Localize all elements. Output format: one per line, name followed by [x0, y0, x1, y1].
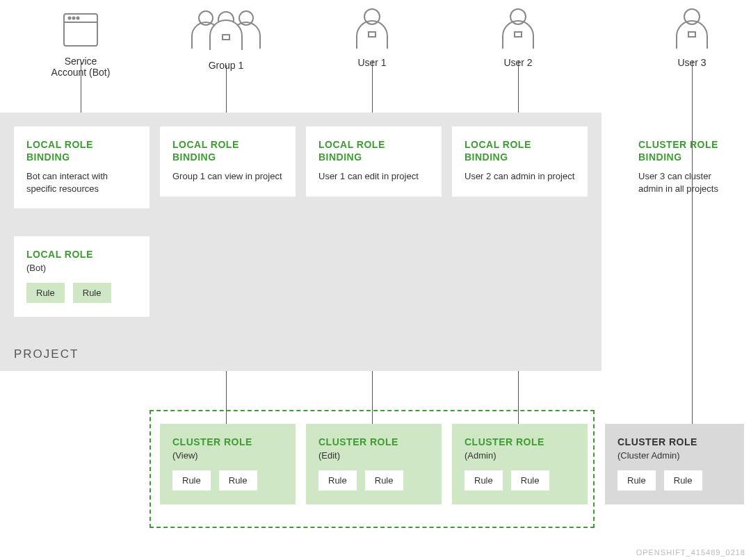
rule-chip: Rule	[219, 470, 257, 491]
local-role-sub: (Bot)	[26, 263, 137, 273]
cluster-role-view: CLUSTER ROLE (View) Rule Rule	[160, 424, 296, 504]
cluster-role-sub: (Edit)	[318, 450, 429, 461]
binding-desc: User 1 can edit in project	[318, 170, 429, 183]
svg-point-4	[77, 17, 79, 19]
rule-chip: Rule	[664, 470, 702, 491]
group-icon: Group 1	[179, 7, 273, 71]
rule-chip: Rule	[617, 470, 656, 491]
binding-desc: Group 1 can view in project	[172, 170, 283, 183]
svg-point-3	[73, 17, 75, 19]
cluster-role-edit: CLUSTER ROLE (Edit) Rule Rule	[306, 424, 442, 504]
user1-label: User 1	[348, 57, 396, 68]
binding-title: LOCAL ROLE BINDING	[172, 139, 283, 163]
binding-title: LOCAL ROLE BINDING	[26, 139, 137, 163]
binding-desc: User 2 can admin in project	[465, 170, 575, 183]
binding-card-user1: LOCAL ROLE BINDING User 1 can edit in pr…	[306, 126, 442, 197]
cluster-role-title: CLUSTER ROLE	[172, 436, 283, 447]
binding-title: LOCAL ROLE BINDING	[318, 139, 429, 163]
svg-rect-10	[369, 32, 376, 37]
rule-chip: Rule	[172, 470, 211, 491]
user2-label: User 2	[494, 57, 542, 68]
binding-title: LOCAL ROLE BINDING	[465, 139, 575, 163]
rule-chip: Rule	[365, 470, 403, 491]
binding-desc: Bot can interact with specific resources	[26, 170, 137, 195]
rule-chip: Rule	[465, 470, 503, 491]
service-account-icon: Service Account (Bot)	[49, 7, 113, 78]
cluster-role-sub: (Admin)	[465, 450, 575, 461]
local-role-card: LOCAL ROLE (Bot) Rule Rule	[14, 236, 150, 317]
cluster-role-sub: (Cluster Admin)	[617, 450, 732, 461]
binding-title: CLUSTER ROLE BINDING	[638, 139, 737, 163]
rule-chip: Rule	[511, 470, 549, 491]
binding-card-user3: CLUSTER ROLE BINDING User 3 can cluster …	[626, 126, 750, 208]
diagram-id: OPENSHIFT_415489_0218	[636, 548, 745, 557]
svg-rect-14	[688, 32, 695, 37]
cluster-role-cluster-admin: CLUSTER ROLE (Cluster Admin) Rule Rule	[605, 424, 744, 504]
user3-icon: User 3	[668, 7, 716, 68]
rule-chip: Rule	[26, 283, 65, 303]
cluster-role-title: CLUSTER ROLE	[318, 436, 429, 447]
user1-icon: User 1	[348, 7, 396, 68]
rule-chip: Rule	[318, 470, 357, 491]
svg-point-2	[69, 17, 71, 19]
cluster-role-sub: (View)	[172, 450, 283, 461]
group-label: Group 1	[179, 60, 273, 71]
svg-rect-12	[515, 32, 522, 37]
cluster-role-title: CLUSTER ROLE	[617, 436, 732, 447]
cluster-role-title: CLUSTER ROLE	[465, 436, 575, 447]
user2-icon: User 2	[494, 7, 542, 68]
binding-desc: User 3 can cluster admin in all projects	[638, 170, 737, 195]
project-label: PROJECT	[14, 347, 79, 361]
service-account-label: Service Account (Bot)	[49, 56, 113, 78]
user3-label: User 3	[668, 57, 716, 68]
local-role-title: LOCAL ROLE	[26, 249, 137, 260]
cluster-role-admin: CLUSTER ROLE (Admin) Rule Rule	[452, 424, 588, 504]
binding-card-group1: LOCAL ROLE BINDING Group 1 can view in p…	[160, 126, 296, 197]
binding-card-user2: LOCAL ROLE BINDING User 2 can admin in p…	[452, 126, 588, 197]
rule-chip: Rule	[73, 283, 111, 303]
binding-card-bot: LOCAL ROLE BINDING Bot can interact with…	[14, 126, 150, 208]
